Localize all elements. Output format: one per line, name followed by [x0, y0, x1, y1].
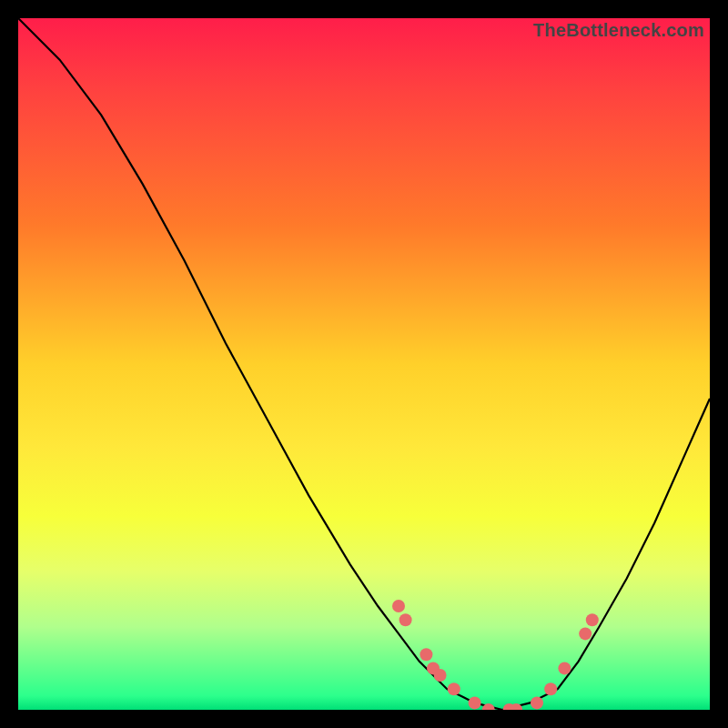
marker-dot — [544, 682, 557, 695]
chart-frame: TheBottleneck.com — [18, 18, 710, 710]
marker-dot — [392, 600, 405, 612]
marker-dot — [558, 662, 571, 674]
attribution-text: TheBottleneck.com — [533, 20, 704, 41]
bottleneck-curve — [18, 18, 710, 710]
marker-dot — [448, 682, 460, 695]
marker-dot — [586, 613, 599, 626]
marker-dots — [392, 600, 599, 710]
marker-dot — [434, 669, 447, 682]
marker-dot — [469, 696, 481, 709]
marker-dot — [531, 696, 543, 709]
marker-dot — [420, 648, 432, 661]
marker-dot — [579, 627, 592, 640]
marker-dot — [399, 613, 412, 626]
curve-overlay — [18, 18, 710, 710]
